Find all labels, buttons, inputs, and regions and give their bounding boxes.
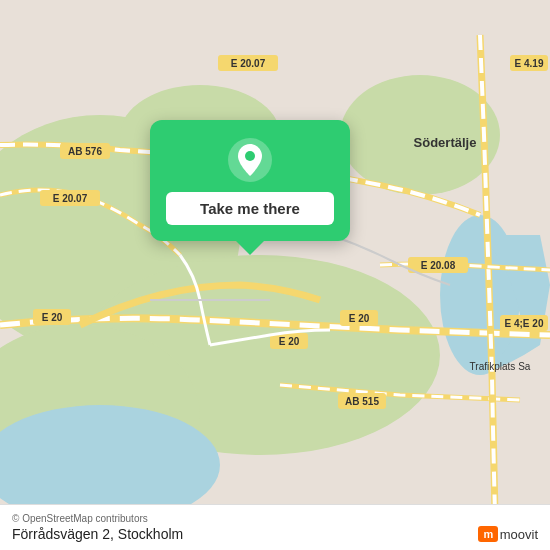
map-attribution: © OpenStreetMap contributors [12,513,538,524]
location-name: Förrådsvägen 2, Stockholm [12,526,183,542]
map-background: E 20.07 E 20.07 AB 576 E 20 E 20 E 20 AB… [0,0,550,550]
svg-text:E 4;E 20: E 4;E 20 [505,318,544,329]
svg-text:E 20.08: E 20.08 [421,260,456,271]
moovit-logo: m moovit [478,526,538,542]
location-pin-icon [228,138,272,182]
svg-text:E 20.07: E 20.07 [231,58,266,69]
svg-text:AB 515: AB 515 [345,396,379,407]
svg-text:Södertälje: Södertälje [414,135,477,150]
svg-text:E 20: E 20 [349,313,370,324]
moovit-m-icon: m [478,526,497,542]
svg-point-31 [245,151,255,161]
svg-text:E 4.19: E 4.19 [515,58,544,69]
location-row: Förrådsvägen 2, Stockholm m moovit [12,526,538,542]
svg-text:E 20: E 20 [42,312,63,323]
popup-card[interactable]: Take me there [150,120,350,241]
svg-text:AB 576: AB 576 [68,146,102,157]
bottom-bar: © OpenStreetMap contributors Förrådsväge… [0,504,550,550]
svg-text:E 20.07: E 20.07 [53,193,88,204]
map-container: E 20.07 E 20.07 AB 576 E 20 E 20 E 20 AB… [0,0,550,550]
svg-text:Trafikplats Sa: Trafikplats Sa [470,361,531,372]
take-me-there-button[interactable]: Take me there [166,192,334,225]
svg-text:E 20: E 20 [279,336,300,347]
moovit-label: moovit [500,527,538,542]
